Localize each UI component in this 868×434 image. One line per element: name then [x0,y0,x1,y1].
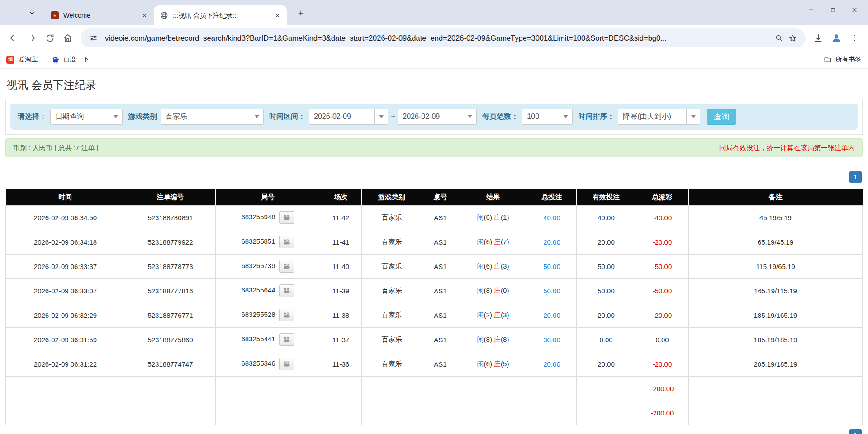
sum-count: 7 [125,376,216,401]
tab-welcome[interactable]: ♠ Welcome [44,5,154,25]
video-replay-button[interactable] [279,333,294,346]
forward-button[interactable] [23,29,41,47]
cell-remark: 185.19/185.19 [689,327,863,352]
bookmark-aitaobao[interactable]: 淘 爱淘宝 [6,55,38,64]
page-1-button[interactable]: 1 [849,429,862,434]
zoom-icon[interactable] [772,31,786,45]
cell-payout: -40.00 [636,205,689,230]
bookmark-label: 爱淘宝 [18,55,38,64]
window-controls [800,0,865,20]
search-button[interactable]: 查询 [707,108,736,125]
all-bookmarks[interactable]: 所有书签 [817,55,862,64]
cell-bet-number: 523188776771 [125,303,216,327]
maximize-button[interactable] [822,0,844,20]
cell-session: 11-38 [320,303,362,327]
cell-remark: 65.19/45.19 [689,230,863,254]
tab-close-icon[interactable] [139,10,149,20]
result-banker: 庄 [494,262,501,270]
result-banker: 庄 [494,311,501,319]
time-sort-label: 时间排序： [578,112,614,122]
cell-result: 闲(8) 庄(0) [459,278,527,303]
time-sort-select[interactable]: 降幂(由大到小) [618,108,700,125]
cell-valid-bet: 50.00 [577,278,636,303]
query-type-select[interactable]: 日期查询 [50,108,123,125]
cell-table-number: AS1 [422,303,459,327]
film-icon [283,336,290,344]
cell-remark: 115.19/65.19 [689,254,863,278]
bookmarks-bar: 淘 爱淘宝 百度一下 所有书签 [0,51,868,69]
table-row: 2026-02-09 06:34:18523188779922683255851… [6,230,863,254]
sum-count: 7 [125,401,216,425]
close-button[interactable] [844,0,865,20]
result-banker: 庄 [494,213,501,221]
dropdown-arrow-icon [559,109,572,124]
table-row: 2026-02-09 06:32:29523188776771683255528… [6,303,863,327]
video-replay-button[interactable] [279,284,294,297]
cell-valid-bet: 40.00 [577,205,636,230]
column-header: 有效投注 [577,189,636,205]
bookmark-baidu[interactable]: 百度一下 [52,55,90,64]
tab-search-button[interactable] [25,6,38,19]
sum-label: 总计 [6,401,125,425]
video-replay-button[interactable] [279,236,294,248]
cell-total-bet: 20.00 [527,352,577,376]
tab-close-icon[interactable] [272,10,282,20]
bookmark-star-icon[interactable] [786,31,799,45]
sum-valid-bet: 200.00 [577,401,636,425]
filter-bar: 请选择： 日期查询 游戏类别 百家乐 时间区间： 2026-02-09 ~ 20… [10,104,858,130]
column-header: 时间 [6,189,125,205]
cell-total-bet: 30.00 [527,327,577,352]
url-text[interactable]: videoie.com/game/betrecord_search/kind3?… [105,34,768,42]
cell-payout: -20.00 [636,230,689,254]
home-button[interactable] [59,29,77,47]
page-content: 视讯 会员下注纪录 请选择： 日期查询 游戏类别 百家乐 时间区间： 2026-… [0,78,868,434]
dropdown-arrow-icon [463,109,476,124]
cell-payout: -20.00 [636,352,689,376]
column-header: 场次 [320,189,362,205]
table-row: 2026-02-09 06:31:59523188775860683255441… [6,327,863,352]
cell-bet-number: 523188777816 [125,278,216,303]
video-replay-button[interactable] [279,211,294,224]
new-tab-button[interactable] [295,7,307,19]
profile-avatar[interactable] [827,29,845,47]
minimize-button[interactable] [800,0,822,20]
film-icon [283,287,290,295]
film-icon [283,214,290,222]
date-end-select[interactable]: 2026-02-09 [398,108,477,125]
cell-payout: -20.00 [636,303,689,327]
video-replay-button[interactable] [279,260,294,273]
game-type-select[interactable]: 百家乐 [161,108,264,125]
page-title: 视讯 会员下注纪录 [6,78,863,92]
taobao-icon: 淘 [6,56,14,64]
cell-table-number: AS1 [422,327,459,352]
reload-button[interactable] [41,29,59,47]
cell-time: 2026-02-09 06:34:50 [6,205,125,230]
back-button[interactable] [5,29,23,47]
cell-round-number: 683255851 [216,230,320,254]
video-replay-button[interactable] [279,358,294,370]
reload-icon [45,33,55,43]
sum-empty [459,376,527,401]
sum-total-bet: 230.00 [527,401,577,425]
page-size-select[interactable]: 100 [522,108,573,125]
site-settings-icon[interactable] [87,31,100,45]
sum-empty [689,401,863,425]
select-type-label: 请选择： [18,112,47,122]
url-bar[interactable]: videoie.com/game/betrecord_search/kind3?… [81,28,806,47]
download-icon [813,33,823,43]
date-start-select[interactable]: 2026-02-09 [309,108,388,125]
avatar-icon [831,33,842,43]
video-replay-button[interactable] [279,309,294,321]
bookmark-label: 百度一下 [63,55,90,64]
cell-payout: -50.00 [636,278,689,303]
cell-round-number: 683255644 [216,278,320,303]
sum-empty [422,376,459,401]
cell-remark: 165.19/115.19 [689,278,863,303]
browser-menu-button[interactable] [845,29,863,47]
kebab-menu-icon [850,34,859,42]
page-1-button[interactable]: 1 [849,171,862,183]
sum-valid-bet: 200.00 [577,376,636,401]
downloads-button[interactable] [809,29,827,47]
tab-betrecord[interactable]: :::视讯 会员下注纪录::: [154,5,287,25]
round-number: 683255948 [241,213,275,221]
